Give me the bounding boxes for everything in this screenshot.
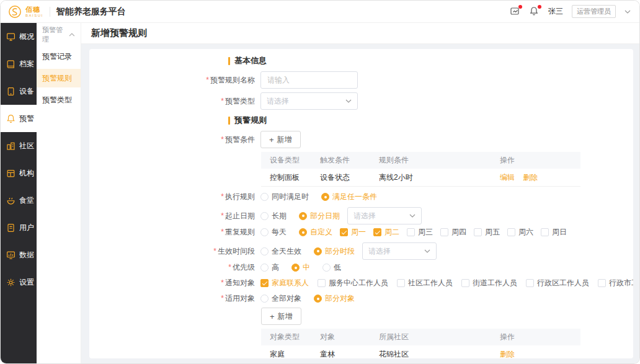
checkbox-city-staff[interactable]: 行政市工作人员	[598, 278, 633, 288]
radio-every-day[interactable]: 每天	[260, 227, 287, 237]
warn-type-select[interactable]: 请选择	[260, 92, 358, 110]
sidebar-item-canteen[interactable]: 食堂	[1, 187, 37, 214]
device-tablet-icon	[6, 87, 16, 96]
radio-icon	[260, 193, 269, 201]
sidebar-item-warning[interactable]: 预警	[1, 105, 37, 132]
apply-target-label: *适用对象	[89, 293, 255, 304]
sidebar-item-institution[interactable]: 机构	[1, 159, 37, 187]
checkbox-icon	[318, 279, 326, 287]
date-range-select[interactable]: 请选择	[347, 207, 422, 224]
app-window: 佰穗 BAISUI 智能养老服务平台 张三 运营管理员 概况	[0, 0, 640, 364]
target-table: 对象类型 对象 所属社区 操作 家庭 童林 花锦社区 删除	[261, 329, 580, 358]
user-menu-chevron-down-icon[interactable]	[624, 10, 631, 14]
checkbox-street-staff[interactable]: 街道工作人员	[461, 278, 517, 288]
checkbox-icon	[373, 228, 381, 236]
radio-any-condition[interactable]: 满足任一条件	[321, 192, 377, 202]
delete-link[interactable]: 删除	[500, 350, 515, 358]
page-title: 新增预警规则	[91, 27, 147, 39]
radio-partial-targets[interactable]: 部分对象	[314, 293, 355, 304]
repeat-rule-label: *重复规则	[89, 227, 255, 237]
chevron-down-icon	[424, 249, 430, 253]
checkbox-family-contact[interactable]: 家庭联系人	[260, 278, 309, 288]
effective-period-label: *生效时间段	[89, 246, 255, 257]
checkbox-thursday[interactable]: 周四	[440, 227, 466, 237]
brand-logo: 佰穗 BAISUI	[8, 5, 43, 19]
plus-icon: +	[270, 312, 275, 321]
radio-icon	[291, 264, 300, 272]
sidebar-item-overview[interactable]: 概况	[1, 23, 37, 50]
radio-long-term[interactable]: 长期	[260, 211, 287, 221]
checkbox-friday[interactable]: 周五	[474, 227, 500, 237]
condition-table-header: 设备类型 触发条件 规则条件 操作	[261, 152, 580, 169]
section-warning-rule: 预警规则	[228, 115, 633, 126]
brand-name: 佰穗	[25, 6, 43, 13]
checkbox-icon	[407, 228, 415, 236]
collapse-chevron-up-icon	[69, 33, 75, 37]
sidebar-item-archives[interactable]: 档案	[1, 50, 37, 78]
radio-custom-days[interactable]: 自定义	[299, 227, 332, 237]
checkbox-icon	[440, 228, 448, 236]
target-table-header: 对象类型 对象 所属社区 操作	[261, 329, 580, 345]
user-role-tag[interactable]: 运营管理员	[572, 5, 616, 18]
add-condition-button[interactable]: + 新增	[260, 131, 301, 148]
radio-all-targets[interactable]: 全部对象	[260, 293, 301, 304]
radio-all-day[interactable]: 全天生效	[260, 246, 301, 257]
radio-partial-dates[interactable]: 部分日期	[299, 211, 340, 221]
checkbox-monday[interactable]: 周一	[340, 227, 366, 237]
radio-icon	[299, 212, 307, 220]
submenu-item-warning-records[interactable]: 预警记录	[37, 47, 81, 66]
radio-priority-high[interactable]: 高	[260, 262, 279, 273]
warn-condition-label: *预警条件	[89, 135, 255, 145]
app-title: 智能养老服务平台	[56, 6, 126, 17]
sidebar-item-users[interactable]: 用户	[1, 214, 37, 241]
community-buildings-icon	[6, 141, 16, 151]
tasks-badge-dot	[518, 5, 522, 9]
date-range-label: *起止日期	[89, 211, 255, 221]
main-area: 新增预警规则 基本信息 *预警规则名称	[81, 23, 639, 363]
radio-icon	[260, 247, 269, 255]
notifications-badge-dot	[538, 5, 541, 9]
submenu-item-warning-rules[interactable]: 预警规则	[37, 69, 81, 87]
checkbox-tuesday[interactable]: 周二	[373, 227, 399, 237]
top-header: 佰穗 BAISUI 智能养老服务平台 张三 运营管理员	[1, 1, 639, 23]
submenu-group-title[interactable]: 预警管理	[37, 25, 81, 44]
radio-icon	[260, 228, 269, 236]
checkbox-icon	[461, 279, 469, 287]
notifications-bell-icon[interactable]	[529, 6, 540, 17]
canteen-bowl-icon	[6, 196, 16, 205]
checkbox-icon	[598, 279, 606, 287]
checkbox-community-staff[interactable]: 社区工作人员	[397, 278, 453, 288]
radio-all-conditions[interactable]: 同时满足时	[260, 192, 309, 202]
sidebar-item-community[interactable]: 社区	[1, 132, 37, 159]
add-target-button[interactable]: + 新增	[261, 308, 301, 325]
sidebar-item-settings[interactable]: 设置	[1, 269, 37, 296]
tasks-icon[interactable]	[510, 6, 520, 17]
edit-link[interactable]: 编辑	[500, 173, 515, 182]
radio-icon	[260, 295, 269, 303]
delete-link[interactable]: 删除	[523, 173, 538, 182]
section-basic-info: 基本信息	[228, 55, 633, 66]
chevron-down-icon	[409, 214, 416, 218]
checkbox-sunday[interactable]: 周日	[541, 227, 567, 237]
dashboard-icon	[6, 32, 16, 42]
exec-rule-label: *执行规则	[89, 192, 255, 202]
submenu-item-warning-types[interactable]: 预警类型	[37, 91, 81, 109]
radio-priority-medium[interactable]: 中	[291, 262, 310, 273]
checkbox-saturday[interactable]: 周六	[507, 227, 533, 237]
checkbox-wednesday[interactable]: 周三	[407, 227, 433, 237]
sidebar-item-data[interactable]: 数据	[1, 241, 37, 269]
bell-icon	[6, 114, 16, 123]
user-name: 张三	[548, 6, 563, 17]
radio-priority-low[interactable]: 低	[322, 262, 341, 273]
radio-partial-period[interactable]: 部分时段	[314, 246, 355, 257]
warn-type-label: *预警类型	[89, 96, 255, 107]
sidebar-item-devices[interactable]: 设备	[1, 78, 37, 105]
target-table-row: 家庭 童林 花锦社区 删除	[261, 345, 580, 358]
checkbox-district-staff[interactable]: 行政区工作人员	[526, 278, 589, 288]
checkbox-icon	[397, 279, 405, 287]
brand-name-en: BAISUI	[25, 14, 43, 17]
effective-period-select[interactable]: 请选择	[362, 242, 437, 260]
checkbox-service-center-staff[interactable]: 服务中心工作人员	[318, 278, 388, 288]
rule-name-input[interactable]	[260, 71, 358, 89]
checkbox-icon	[507, 228, 515, 236]
